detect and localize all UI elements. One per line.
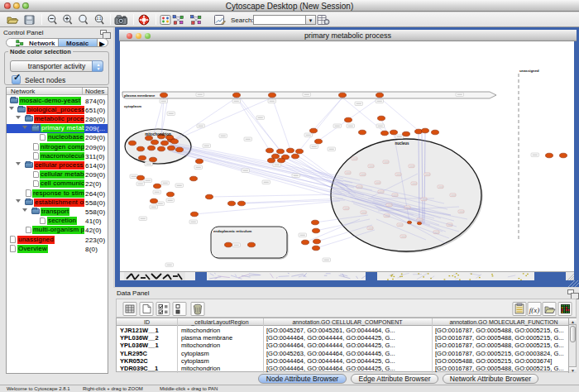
svg-text:1:1: 1:1	[96, 17, 102, 21]
svg-text:endoplasmic reticulum: endoplasmic reticulum	[213, 229, 252, 233]
svg-text:nucleus: nucleus	[395, 141, 409, 146]
svg-text:f(x): f(x)	[529, 306, 540, 314]
svg-text:cytoplasm: cytoplasm	[124, 104, 141, 108]
svg-text:plasma membrane: plasma membrane	[124, 93, 156, 98]
svg-text:unassigned: unassigned	[519, 69, 539, 73]
svg-text:mitochondrion: mitochondrion	[145, 132, 171, 136]
